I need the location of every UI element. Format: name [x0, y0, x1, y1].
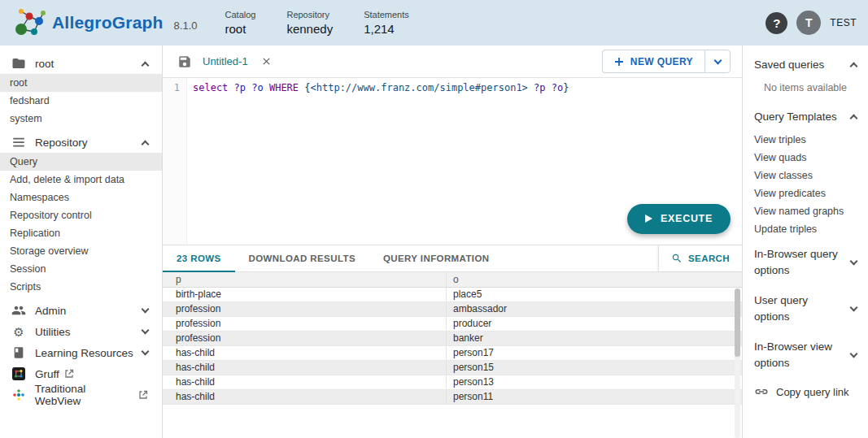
search-button[interactable]: SEARCH	[658, 245, 742, 271]
cell-p: has-child	[163, 361, 446, 375]
top-header: AllegroGraph 8.1.0 Catalog root Reposito…	[0, 0, 868, 46]
execute-button[interactable]: EXECUTE	[627, 204, 731, 234]
cell-o: place5	[446, 288, 732, 301]
sidebar-link-label: Traditional WebView	[35, 383, 133, 407]
save-icon[interactable]	[177, 54, 192, 69]
section-in-browser-query-options[interactable]: In-Browser query options	[743, 238, 868, 284]
chevron-down-icon	[850, 257, 858, 265]
section-saved-queries[interactable]: Saved queries	[743, 49, 868, 80]
table-row[interactable]: has-child person11	[163, 390, 742, 405]
sidebar-section-catalog-root[interactable]: root	[0, 53, 162, 74]
help-icon[interactable]: ?	[765, 12, 787, 34]
play-icon	[645, 215, 652, 223]
table-scrollbar[interactable]	[735, 288, 740, 438]
copy-query-link-button[interactable]: Copy query link	[743, 378, 868, 406]
catalog-value: root	[225, 22, 256, 36]
table-header-row: p o	[163, 272, 742, 288]
template-view-classes[interactable]: View classes	[743, 167, 868, 184]
repository-list-icon	[11, 135, 26, 150]
cell-o: person17	[446, 346, 732, 360]
sidebar-item-query[interactable]: Query	[0, 153, 162, 171]
cell-o: person15	[446, 361, 732, 375]
sidebar-item-add-delete-import[interactable]: Add, delete & import data	[0, 171, 162, 189]
sparql-brace: }	[563, 82, 569, 93]
sidebar-item-root[interactable]: root	[0, 74, 162, 92]
tab-query-information[interactable]: QUERY INFORMATION	[369, 245, 504, 271]
chevron-down-icon	[850, 349, 858, 358]
new-query-split-button: NEW QUERY	[602, 50, 731, 73]
table-row[interactable]: profession banker	[163, 332, 742, 346]
sidebar-item-fedshard[interactable]: fedshard	[0, 92, 162, 110]
section-label: Query Templates	[754, 109, 851, 125]
column-header-p[interactable]: p	[163, 272, 446, 287]
template-view-named-graphs[interactable]: View named graphs	[743, 202, 868, 220]
cell-o: person11	[446, 390, 732, 404]
section-user-query-options[interactable]: User query options	[743, 284, 868, 331]
statements-value: 1,214	[364, 22, 409, 36]
template-view-triples[interactable]: View triples	[743, 131, 868, 149]
statements-label: Statements	[364, 10, 409, 20]
template-update-triples[interactable]: Update triples	[743, 220, 868, 238]
sidebar-link-traditional-webview[interactable]: Traditional WebView	[0, 384, 162, 405]
repository-stat: Repository kennedy	[286, 10, 333, 36]
sidebar-item-session[interactable]: Session	[0, 260, 162, 278]
chevron-up-icon	[850, 114, 858, 122]
cell-p: profession	[163, 332, 446, 345]
query-editor[interactable]: 1 select ?p ?o WHERE {<http://www.franz.…	[163, 78, 742, 245]
column-header-o[interactable]: o	[446, 272, 732, 287]
table-row[interactable]: birth-place place5	[163, 288, 742, 302]
chevron-down-icon	[142, 306, 150, 314]
table-row[interactable]: profession ambassador	[163, 302, 742, 317]
sparql-variables: ?p ?o	[228, 82, 269, 93]
sidebar-link-gruff[interactable]: Gruff	[0, 363, 162, 384]
table-row[interactable]: profession producer	[163, 317, 742, 332]
chevron-down-icon	[713, 56, 722, 64]
tab-download-results[interactable]: DOWNLOAD RESULTS	[235, 245, 369, 271]
username-label: TEST	[830, 17, 857, 28]
sidebar-item-replication[interactable]: Replication	[0, 224, 162, 242]
header-right-cluster: ? T TEST	[765, 11, 857, 35]
sidebar-section-label: Utilities	[35, 326, 71, 338]
template-view-quads[interactable]: View quads	[743, 149, 868, 167]
sidebar-item-system[interactable]: system	[0, 110, 162, 128]
tab-untitled-1[interactable]: Untitled-1	[203, 55, 248, 67]
scrollbar-thumb[interactable]	[735, 288, 740, 358]
cell-o: banker	[446, 332, 732, 345]
tab-rows-count[interactable]: 23 ROWS	[163, 245, 235, 271]
table-row[interactable]: has-child person13	[163, 375, 742, 390]
table-row[interactable]: has-child person15	[163, 361, 742, 375]
query-code-line[interactable]: select ?p ?o WHERE {<http://www.franz.co…	[187, 78, 569, 245]
sidebar-section-repository[interactable]: Repository	[0, 132, 162, 153]
allegrograph-app: AllegroGraph 8.1.0 Catalog root Reposito…	[0, 0, 868, 438]
section-in-browser-view-options[interactable]: In-Browser view options	[743, 331, 868, 377]
copy-query-link-label: Copy query link	[776, 386, 849, 398]
external-link-icon	[64, 369, 74, 379]
sparql-uri: <http://www.franz.com/simple#person1>	[311, 82, 528, 93]
sidebar-section-learning-resources[interactable]: Learning Resources	[0, 342, 162, 363]
section-label: In-Browser query options	[754, 246, 851, 278]
webview-icon	[11, 388, 26, 401]
chevron-down-icon	[142, 327, 150, 335]
table-row[interactable]: has-child person17	[163, 346, 742, 361]
header-stats: Catalog root Repository kennedy Statemen…	[225, 10, 409, 36]
sidebar-section-admin[interactable]: Admin	[0, 300, 162, 321]
search-label: SEARCH	[688, 254, 730, 263]
sidebar-item-repository-control[interactable]: Repository control	[0, 206, 162, 224]
cell-o: producer	[446, 317, 732, 331]
section-query-templates[interactable]: Query Templates	[743, 101, 868, 132]
new-query-button[interactable]: NEW QUERY	[602, 50, 704, 73]
sidebar-item-storage-overview[interactable]: Storage overview	[0, 242, 162, 260]
close-tab-icon[interactable]	[262, 57, 271, 66]
sparql-variables: ?p ?o	[528, 82, 563, 93]
results-tab-bar: 23 ROWS DOWNLOAD RESULTS QUERY INFORMATI…	[163, 245, 742, 272]
new-query-dropdown-button[interactable]	[704, 50, 731, 73]
sidebar-item-scripts[interactable]: Scripts	[0, 278, 162, 296]
sidebar-section-utilities[interactable]: ⚙ Utilities	[0, 321, 162, 342]
right-sidebar: Saved queries No items available Query T…	[742, 46, 868, 438]
book-icon	[11, 346, 26, 359]
saved-queries-empty-state: No items available	[743, 80, 868, 101]
template-view-predicates[interactable]: View predicates	[743, 184, 868, 202]
sparql-keyword: select	[193, 82, 228, 93]
sidebar-item-namespaces[interactable]: Namespaces	[0, 189, 162, 206]
user-avatar[interactable]: T	[796, 11, 821, 35]
